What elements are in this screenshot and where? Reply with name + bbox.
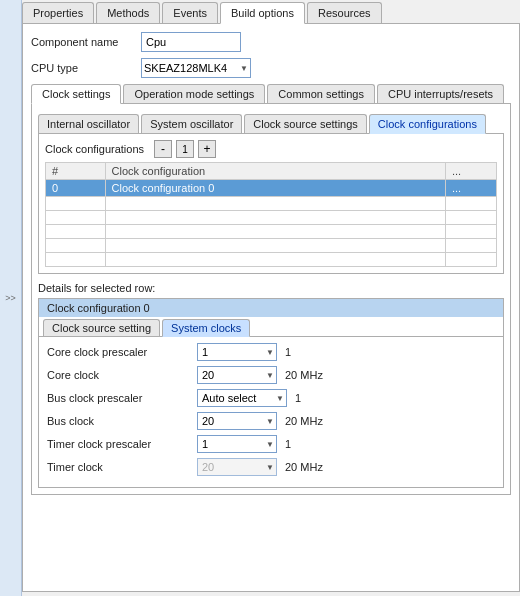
core-clock-select[interactable]: 20 <box>197 366 277 384</box>
clock-config-0-header: Clock configuration 0 <box>39 299 503 317</box>
bus-clock-row: Bus clock 20 20 MHz <box>47 412 495 430</box>
bus-clock-label: Bus clock <box>47 415 197 427</box>
clock-configs-table: # Clock configuration ... 0 Clock config… <box>45 162 497 267</box>
tab-resources[interactable]: Resources <box>307 2 382 23</box>
core-clock-prescaler-select-wrapper: 1 <box>197 343 277 361</box>
main-window: >> Properties Methods Events Build optio… <box>0 0 520 596</box>
bus-clock-prescaler-select[interactable]: Auto select <box>197 389 287 407</box>
tab-clock-configs[interactable]: Clock configurations <box>369 114 486 134</box>
col-hash-header: # <box>46 163 106 180</box>
timer-clock-prescaler-row: Timer clock prescaler 1 1 <box>47 435 495 453</box>
details-label: Details for selected row: <box>38 282 504 294</box>
remove-clock-config-btn[interactable]: - <box>154 140 172 158</box>
clock-settings-panel: Internal oscillator System oscillator Cl… <box>31 104 511 495</box>
core-clock-row: Core clock 20 20 MHz <box>47 366 495 384</box>
timer-clock-prescaler-label: Timer clock prescaler <box>47 438 197 450</box>
right-panel: Properties Methods Events Build options … <box>22 0 520 596</box>
core-clock-prescaler-label: Core clock prescaler <box>47 346 197 358</box>
tab-methods[interactable]: Methods <box>96 2 160 23</box>
empty-row-5 <box>46 253 497 267</box>
timer-clock-label: Timer clock <box>47 461 197 473</box>
tab-system-osc[interactable]: System oscillator <box>141 114 242 133</box>
tab-events[interactable]: Events <box>162 2 218 23</box>
component-name-label: Component name <box>31 36 141 48</box>
clock-tab-bar: Clock settings Operation mode settings C… <box>31 84 511 104</box>
tab-build-options[interactable]: Build options <box>220 2 305 24</box>
component-name-row: Component name <box>31 32 511 52</box>
timer-clock-prescaler-select-wrapper: 1 <box>197 435 277 453</box>
cpu-type-select[interactable]: SKEAZ128MLK4 <box>141 58 251 78</box>
cpu-type-row: CPU type SKEAZ128MLK4 <box>31 58 511 78</box>
clock-config-0-panel: Clock configuration 0 Clock source setti… <box>38 298 504 488</box>
timer-clock-unit: 20 MHz <box>285 461 323 473</box>
empty-row-3 <box>46 225 497 239</box>
cpu-type-select-wrapper: SKEAZ128MLK4 <box>141 58 251 78</box>
settings-content: Core clock prescaler 1 1 Core clock <box>39 337 503 487</box>
bus-clock-prescaler-unit: 1 <box>295 392 301 404</box>
core-clock-label: Core clock <box>47 369 197 381</box>
left-panel[interactable]: >> <box>0 0 22 596</box>
clock-configs-header: Clock configurations - 1 + <box>45 140 497 158</box>
tab-system-clocks[interactable]: System clocks <box>162 319 250 337</box>
row-dots[interactable]: ... <box>445 180 496 197</box>
clock-configs-label: Clock configurations <box>45 143 144 155</box>
row-name: Clock configuration 0 <box>105 180 445 197</box>
tab-internal-osc[interactable]: Internal oscillator <box>38 114 139 133</box>
oscillator-tab-bar: Internal oscillator System oscillator Cl… <box>38 114 504 134</box>
empty-row-2 <box>46 211 497 225</box>
bus-clock-prescaler-label: Bus clock prescaler <box>47 392 197 404</box>
bus-clock-select[interactable]: 20 <box>197 412 277 430</box>
cpu-type-label: CPU type <box>31 62 141 74</box>
empty-row-4 <box>46 239 497 253</box>
tab-clock-source-setting[interactable]: Clock source setting <box>43 319 160 336</box>
main-content-area: Component name CPU type SKEAZ128MLK4 <box>22 24 520 592</box>
tab-properties[interactable]: Properties <box>22 2 94 23</box>
bus-clock-prescaler-row: Bus clock prescaler Auto select 1 <box>47 389 495 407</box>
bus-clock-prescaler-select-wrapper: Auto select <box>197 389 287 407</box>
tab-operation-mode[interactable]: Operation mode settings <box>123 84 265 103</box>
tab-cpu-interrupts[interactable]: CPU interrupts/resets <box>377 84 504 103</box>
cpu-type-value: SKEAZ128MLK4 <box>141 58 251 78</box>
left-arrows: >> <box>5 293 16 303</box>
table-row[interactable]: 0 Clock configuration 0 ... <box>46 180 497 197</box>
core-clock-prescaler-row: Core clock prescaler 1 1 <box>47 343 495 361</box>
core-clock-prescaler-select[interactable]: 1 <box>197 343 277 361</box>
tab-common-settings[interactable]: Common settings <box>267 84 375 103</box>
component-name-value <box>141 32 241 52</box>
tab-clock-settings[interactable]: Clock settings <box>31 84 121 104</box>
table-header-row: # Clock configuration ... <box>46 163 497 180</box>
top-tab-bar: Properties Methods Events Build options … <box>22 0 520 24</box>
add-clock-config-btn[interactable]: + <box>198 140 216 158</box>
col-name-header: Clock configuration <box>105 163 445 180</box>
clock-configs-panel: Clock configurations - 1 + # Clock confi… <box>38 134 504 274</box>
clock-config-sub-tabs: Clock source setting System clocks <box>39 317 503 337</box>
timer-clock-prescaler-select[interactable]: 1 <box>197 435 277 453</box>
core-clock-unit: 20 MHz <box>285 369 323 381</box>
timer-clock-select-wrapper: 20 <box>197 458 277 476</box>
bus-clock-unit: 20 MHz <box>285 415 323 427</box>
core-clock-select-wrapper: 20 <box>197 366 277 384</box>
timer-clock-select[interactable]: 20 <box>197 458 277 476</box>
component-name-input[interactable] <box>141 32 241 52</box>
timer-clock-prescaler-unit: 1 <box>285 438 291 450</box>
core-clock-prescaler-unit: 1 <box>285 346 291 358</box>
timer-clock-row: Timer clock 20 20 MHz <box>47 458 495 476</box>
tab-clock-source[interactable]: Clock source settings <box>244 114 367 133</box>
clock-config-counter: 1 <box>176 140 194 158</box>
empty-row-1 <box>46 197 497 211</box>
col-dots-header: ... <box>445 163 496 180</box>
row-index: 0 <box>46 180 106 197</box>
bus-clock-select-wrapper: 20 <box>197 412 277 430</box>
